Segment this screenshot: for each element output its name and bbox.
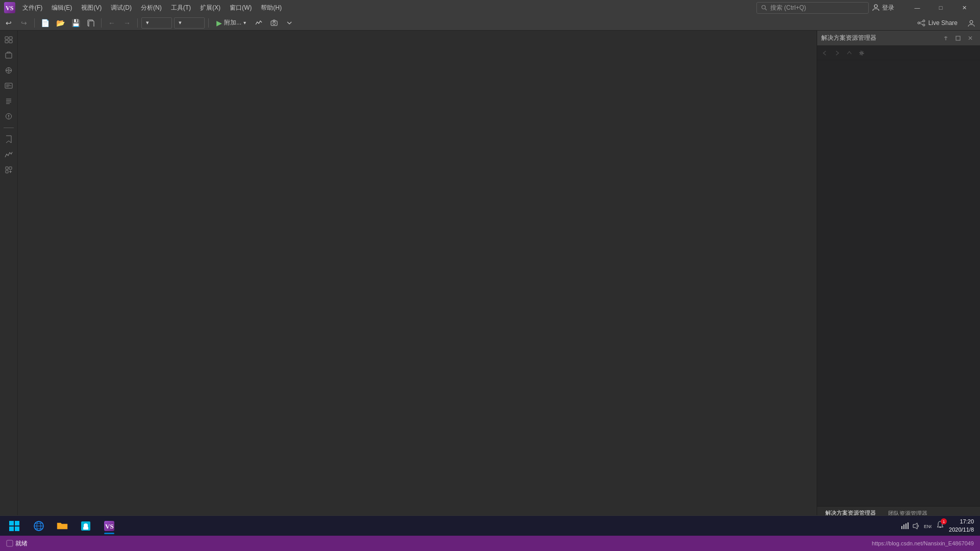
toolbar-redo-btn[interactable]: ↪ <box>17 16 31 30</box>
title-bar: VS 文件(F) 编辑(E) 视图(V) 调试(D) 分析(N) 工具(T) 扩… <box>0 0 980 15</box>
menu-extend[interactable]: 扩展(X) <box>196 2 225 14</box>
menu-view[interactable]: 视图(V) <box>77 2 106 14</box>
network-icon <box>901 522 909 530</box>
platform-dropdown[interactable]: ▾ <box>174 17 205 29</box>
toolbar-fwd-btn[interactable]: → <box>120 16 134 30</box>
svg-rect-20 <box>6 53 12 58</box>
svg-rect-45 <box>15 521 19 525</box>
svg-rect-35 <box>9 167 12 169</box>
close-button[interactable]: ✕ <box>952 0 976 15</box>
pin-icon <box>943 35 949 41</box>
menu-edit[interactable]: 编辑(E) <box>47 2 76 14</box>
sidebar-icon-4[interactable] <box>2 79 16 93</box>
panel-back-btn[interactable] <box>819 47 830 59</box>
config-arrow-icon: ▾ <box>146 19 149 26</box>
panel-settings-btn[interactable] <box>856 47 867 59</box>
properties-icon <box>5 97 13 105</box>
svg-rect-19 <box>9 40 12 43</box>
sidebar-icon-7[interactable] <box>2 132 16 146</box>
taskbar-store[interactable] <box>75 517 97 535</box>
solution-explorer-icon <box>5 36 13 44</box>
svg-text:VS: VS <box>105 522 114 530</box>
taskbar-ie[interactable] <box>28 517 50 535</box>
status-bar: 就绪 https://blog.csdn.net/Nansixin_E48670… <box>0 536 980 551</box>
toolbar-back-btn[interactable]: ← <box>105 16 118 30</box>
toolbar-new-btn[interactable]: 📄 <box>38 16 52 30</box>
menu-analyze[interactable]: 分析(N) <box>137 2 166 14</box>
toolbar-extra-btn[interactable] <box>283 16 296 30</box>
sidebar-icon-1[interactable] <box>2 33 16 47</box>
svg-rect-60 <box>908 522 909 529</box>
panel-pin-button[interactable] <box>940 33 951 44</box>
sidebar-icon-2[interactable] <box>2 48 16 62</box>
menu-tools[interactable]: 工具(T) <box>167 2 195 14</box>
user-profile-icon <box>967 19 975 27</box>
taskbar-tray: ENG <box>901 522 932 530</box>
taskbar-explorer[interactable] <box>51 517 74 535</box>
panel-up-btn[interactable] <box>844 47 855 59</box>
back-icon <box>822 50 828 56</box>
folder-icon <box>56 520 68 532</box>
svg-line-3 <box>765 9 767 10</box>
toolbar-snapshot-btn[interactable] <box>267 16 281 30</box>
panel-maximize-button[interactable] <box>952 33 964 44</box>
toolbar-saveall-btn[interactable] <box>84 16 97 30</box>
sidebar-icon-9[interactable] <box>2 163 16 177</box>
panel-forward-btn[interactable] <box>831 47 843 59</box>
live-share-user-icon[interactable] <box>965 16 978 30</box>
svg-line-14 <box>920 23 923 24</box>
toolbar-save-btn[interactable]: 💾 <box>69 16 82 30</box>
solution-explorer-panel: 解决方案资源管理器 ✕ <box>817 31 980 520</box>
search-box[interactable]: 搜索 (Ctrl+Q) <box>756 2 869 14</box>
toolbar-sep-1 <box>34 18 35 28</box>
svg-point-4 <box>874 5 877 8</box>
panel-header-icons: ✕ <box>940 33 976 44</box>
status-url: https://blog.csdn.net/Nansixin_E4867049 <box>872 540 974 546</box>
login-label: 登录 <box>882 4 894 12</box>
svg-point-33 <box>8 117 9 118</box>
svg-point-2 <box>762 6 766 9</box>
taskbar-clock[interactable]: 17:20 2020/11/8 <box>949 518 974 534</box>
maximize-button[interactable]: □ <box>929 0 952 15</box>
notification-bell[interactable]: 1 <box>936 520 945 531</box>
dropdown-icon <box>286 19 293 27</box>
sidebar-group-top <box>0 33 17 123</box>
run-label: 附加... <box>224 18 241 27</box>
menu-help[interactable]: 帮助(H) <box>257 2 286 14</box>
start-button[interactable] <box>2 517 27 535</box>
svg-rect-54 <box>83 527 88 530</box>
menu-debug[interactable]: 调试(D) <box>107 2 136 14</box>
svg-rect-65 <box>7 540 13 546</box>
store-icon <box>80 520 92 532</box>
login-button[interactable]: 登录 <box>869 3 897 13</box>
live-share-button[interactable]: Live Share <box>912 18 963 28</box>
taskbar-vs[interactable]: VS <box>98 517 120 535</box>
svg-rect-6 <box>89 21 94 27</box>
sidebar-icon-8[interactable] <box>2 147 16 162</box>
toolbar-perf-btn[interactable] <box>252 16 265 30</box>
menu-bar: 文件(F) 编辑(E) 视图(V) 调试(D) 分析(N) 工具(T) 扩展(X… <box>18 2 756 14</box>
clock-time: 17:20 <box>949 518 974 525</box>
toolbar-sep-2 <box>101 18 102 28</box>
sidebar-icon-5[interactable] <box>2 94 16 108</box>
notification-count: 1 <box>941 518 947 524</box>
panel-close-button[interactable]: ✕ <box>965 33 976 44</box>
ie-icon <box>33 520 45 532</box>
windows-logo-icon <box>8 520 20 532</box>
run-button[interactable]: ▶ 附加... ▾ <box>212 17 250 28</box>
window-controls: — □ ✕ <box>905 0 976 15</box>
manage-icon <box>5 166 13 174</box>
toolbar-open-btn[interactable]: 📂 <box>54 16 67 30</box>
sidebar-icon-3[interactable] <box>2 63 16 78</box>
toolbar-sep-3 <box>137 18 138 28</box>
menu-file[interactable]: 文件(F) <box>18 2 46 14</box>
svg-marker-61 <box>913 523 917 529</box>
menu-window[interactable]: 窗口(W) <box>226 2 256 14</box>
sidebar-divider-1 <box>4 128 14 128</box>
minimize-button[interactable]: — <box>905 0 929 15</box>
sidebar-icon-6[interactable] <box>2 109 16 123</box>
toolbar-undo-btn[interactable]: ↩ <box>2 16 15 30</box>
status-text: 就绪 <box>15 539 28 548</box>
config-dropdown[interactable]: ▾ <box>141 17 172 29</box>
svg-rect-44 <box>9 521 14 525</box>
